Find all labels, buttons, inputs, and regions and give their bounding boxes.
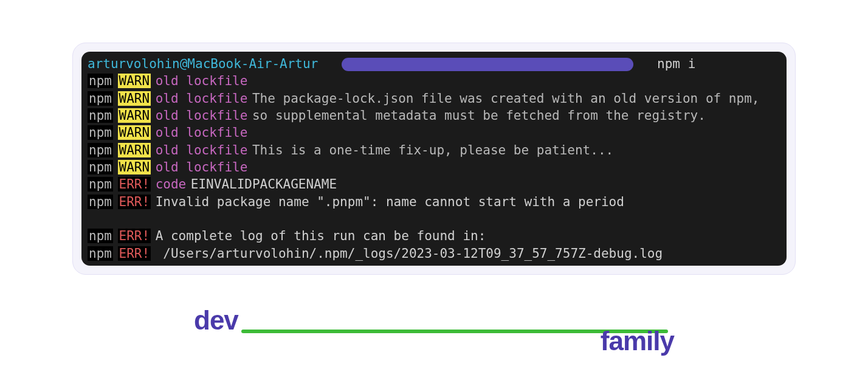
npm-prefix: npm [88,160,113,174]
err-message: Invalid package name ".pnpm": name canno… [156,195,624,209]
npm-prefix: npm [88,74,113,88]
err-row: npmERR!Invalid package name ".pnpm": nam… [88,193,780,210]
user-host: arturvolohin@MacBook-Air-Artur [88,57,318,71]
npm-prefix: npm [88,195,113,209]
warn-badge: WARN [118,91,151,106]
warn-message: The package-lock.json file was created w… [252,91,759,106]
warn-category: old lockfile [156,160,248,174]
warn-category: old lockfile [156,108,248,123]
err-badge: ERR! [118,229,151,243]
warn-badge: WARN [118,125,151,140]
err-footer-row: npmERR! /Users/arturvolohin/.npm/_logs/2… [88,245,780,262]
warn-category: old lockfile [156,74,248,88]
command: npm i [657,57,695,71]
warn-message: so supplemental metadata must be fetched… [252,108,706,123]
err-row: npmERR!codeEINVALIDPACKAGENAME [88,176,780,193]
logo-wrap: dev family [72,309,796,351]
npm-prefix: npm [88,91,113,106]
prompt-row: arturvolohin@MacBook-Air-Artur npm i [88,55,780,72]
err-category: code [156,177,187,192]
npm-prefix: npm [88,143,113,157]
err-badge: ERR! [118,195,151,209]
redacted-path-pill [342,58,633,71]
npm-prefix: npm [88,125,113,140]
blank-row [88,210,780,227]
npm-prefix: npm [88,229,113,243]
npm-prefix: npm [88,108,113,123]
warn-badge: WARN [118,74,151,88]
err-footer-row: npmERR!A complete log of this run can be… [88,227,780,244]
npm-prefix: npm [88,246,113,261]
warn-badge: WARN [118,108,151,123]
warn-row: npmWARNold lockfileThe package-lock.json… [88,90,780,107]
logo-right-word: family [601,326,674,356]
npm-prefix: npm [88,177,113,192]
warn-badge: WARN [118,143,151,157]
warn-message: This is a one-time fix-up, please be pat… [252,143,613,157]
warn-category: old lockfile [156,143,248,157]
err-badge: ERR! [118,246,151,261]
terminal-frame: arturvolohin@MacBook-Air-Artur npm i npm… [72,43,796,275]
warn-badge: WARN [118,160,151,174]
err-badge: ERR! [118,177,151,192]
logo-left-word: dev [194,305,238,336]
warn-row: npmWARNold lockfile [88,159,780,176]
terminal: arturvolohin@MacBook-Air-Artur npm i npm… [81,52,787,266]
warn-row: npmWARNold lockfileso supplemental metad… [88,107,780,124]
err-footer-message: /Users/arturvolohin/.npm/_logs/2023-03-1… [156,246,663,261]
warn-category: old lockfile [156,91,248,106]
warn-row: npmWARNold lockfile [88,72,780,89]
warn-row: npmWARNold lockfile [88,124,780,141]
err-message: EINVALIDPACKAGENAME [191,177,337,192]
err-footer-message: A complete log of this run can be found … [156,229,486,243]
warn-row: npmWARNold lockfileThis is a one-time fi… [88,142,780,159]
dev-family-logo: dev family [194,309,674,351]
warn-category: old lockfile [156,125,248,140]
